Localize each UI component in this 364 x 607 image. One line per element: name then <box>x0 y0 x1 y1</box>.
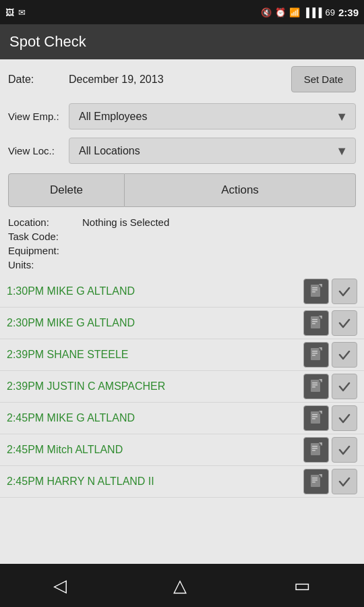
svg-rect-13 <box>312 351 317 352</box>
equipment-label: Equipment: <box>8 245 82 256</box>
svg-rect-39 <box>312 482 315 483</box>
status-time: 2:39 <box>338 7 359 18</box>
svg-rect-19 <box>312 382 317 384</box>
check-icon-button[interactable] <box>332 310 357 336</box>
location-row: Location: Nothing is Selected <box>8 216 356 228</box>
app-title: Spot Check <box>9 33 86 51</box>
nav-bar: ◁ △ ▭ <box>0 564 364 607</box>
check-icon-button[interactable] <box>332 342 357 368</box>
info-section: Location: Nothing is Selected Task Code:… <box>0 212 364 276</box>
svg-rect-26 <box>312 416 317 417</box>
mail-icon: ✉ <box>18 7 26 18</box>
list-item-actions <box>303 279 357 304</box>
list-item[interactable]: 2:39PM SHANE STEELE <box>0 339 364 371</box>
home-button[interactable]: △ <box>160 570 200 602</box>
list-item-actions <box>303 310 357 336</box>
alarm-icon: ⏰ <box>275 7 286 18</box>
list-item-text: 2:30PM MIKE G ALTLAND <box>7 317 303 329</box>
view-emp-wrapper[interactable]: All Employees ▼ <box>69 103 356 129</box>
list-item[interactable]: 2:30PM MIKE G ALTLAND <box>0 308 364 339</box>
list-item[interactable]: 2:45PM MIKE G ALTLAND <box>0 403 364 434</box>
back-button[interactable]: ◁ <box>40 570 80 602</box>
equipment-row: Equipment: <box>8 245 356 256</box>
svg-rect-24 <box>311 411 320 424</box>
location-value: Nothing is Selected <box>82 216 169 228</box>
note-icon-button[interactable] <box>303 405 329 431</box>
svg-rect-27 <box>312 418 315 420</box>
list-item-text: 2:39PM SHANE STEELE <box>7 349 303 361</box>
svg-rect-25 <box>312 414 317 415</box>
svg-rect-2 <box>312 289 317 291</box>
check-icon-button[interactable] <box>332 437 357 463</box>
note-icon-button[interactable] <box>303 437 329 463</box>
battery-icon: 69 <box>326 7 335 18</box>
status-bar: 🖼 ✉ 🔇 ⏰ 📶 ▐▐▐ 69 2:39 <box>0 0 364 24</box>
action-buttons-row: Delete Actions <box>8 173 356 207</box>
recent-apps-icon: ▭ <box>294 575 311 596</box>
view-loc-wrapper[interactable]: All Locations ▼ <box>69 138 356 164</box>
list-item-text: 1:30PM MIKE G ALTLAND <box>7 285 303 297</box>
note-icon-button[interactable] <box>303 469 329 494</box>
svg-rect-38 <box>312 480 317 481</box>
wifi-icon: 📶 <box>289 7 300 18</box>
note-icon-button[interactable] <box>303 374 329 399</box>
svg-rect-20 <box>312 384 317 386</box>
check-icon-button[interactable] <box>332 279 357 304</box>
list-item-actions <box>303 405 357 431</box>
list-item-actions <box>303 469 357 494</box>
svg-rect-7 <box>312 319 317 320</box>
task-code-label: Task Code: <box>8 231 82 242</box>
view-loc-select[interactable]: All Locations <box>69 138 356 164</box>
list-item-text: 2:45PM MIKE G ALTLAND <box>7 412 303 424</box>
svg-rect-36 <box>311 475 320 487</box>
svg-rect-1 <box>312 287 317 289</box>
check-icon-button[interactable] <box>332 469 357 494</box>
units-row: Units: <box>8 259 356 270</box>
home-icon: △ <box>173 575 187 596</box>
view-emp-label: View Emp.: <box>8 111 69 122</box>
svg-rect-3 <box>312 291 315 293</box>
location-label: Location: <box>8 216 82 228</box>
recent-apps-button[interactable]: ▭ <box>280 570 324 602</box>
title-bar: Spot Check <box>0 24 364 59</box>
list-item[interactable]: 2:39PM JUSTIN C AMSPACHER <box>0 371 364 403</box>
list-item-actions <box>303 342 357 368</box>
svg-rect-8 <box>312 321 317 322</box>
svg-rect-9 <box>312 323 315 324</box>
mute-icon: 🔇 <box>261 7 272 18</box>
date-row: Date: December 19, 2013 Set Date <box>0 59 364 99</box>
main-content: Date: December 19, 2013 Set Date View Em… <box>0 59 364 564</box>
notification-icon: 🖼 <box>5 7 14 18</box>
svg-rect-31 <box>312 446 317 447</box>
list-item[interactable]: 2:45PM HARRY N ALTLAND II <box>0 466 364 498</box>
list-item-actions <box>303 437 357 463</box>
list-item[interactable]: 2:45PM Mitch ALTLAND <box>0 434 364 466</box>
check-icon-button[interactable] <box>332 405 357 431</box>
view-loc-label: View Loc.: <box>8 145 69 156</box>
view-loc-row: View Loc.: All Locations ▼ <box>0 134 364 168</box>
list-item[interactable]: 1:30PM MIKE G ALTLAND <box>0 276 364 308</box>
date-value: December 19, 2013 <box>69 74 291 86</box>
actions-button[interactable]: Actions <box>125 173 356 207</box>
task-code-row: Task Code: <box>8 231 356 242</box>
svg-rect-33 <box>312 450 315 451</box>
list-section: 1:30PM MIKE G ALTLAND <box>0 276 364 564</box>
list-item-text: 2:39PM JUSTIN C AMSPACHER <box>7 380 303 393</box>
list-item-actions <box>303 374 357 399</box>
units-label: Units: <box>8 259 82 270</box>
check-icon-button[interactable] <box>332 374 357 399</box>
svg-rect-0 <box>311 285 320 297</box>
note-icon-button[interactable] <box>303 310 329 336</box>
set-date-button[interactable]: Set Date <box>291 66 356 92</box>
svg-rect-12 <box>311 348 320 360</box>
note-icon-button[interactable] <box>303 342 329 368</box>
view-emp-row: View Emp.: All Employees ▼ <box>0 99 364 134</box>
svg-rect-32 <box>312 448 317 449</box>
svg-rect-30 <box>311 443 320 455</box>
list-item-text: 2:45PM Mitch ALTLAND <box>7 444 303 456</box>
signal-icon: ▐▐▐ <box>303 7 322 18</box>
view-emp-select[interactable]: All Employees <box>69 103 356 129</box>
back-icon: ◁ <box>53 575 67 596</box>
delete-button[interactable]: Delete <box>8 173 125 207</box>
note-icon-button[interactable] <box>303 279 329 304</box>
